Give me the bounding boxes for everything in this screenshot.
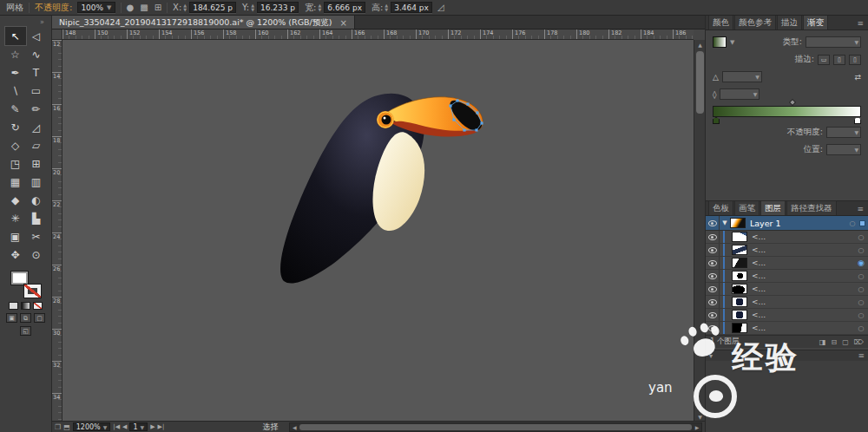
document-setup-icon[interactable]: ⬒ (63, 423, 70, 431)
paintbrush-tool[interactable]: ✎ (5, 100, 26, 118)
new-sublayer-icon[interactable]: ⊟ (831, 338, 837, 346)
field-input[interactable]: 184.625 p (189, 2, 236, 13)
none-button[interactable] (33, 302, 43, 310)
layer-row[interactable]: <... (706, 309, 868, 322)
first-artboard-icon[interactable]: |◀ (113, 423, 120, 430)
stepper[interactable]: ▲▼ (318, 3, 321, 12)
artboard-navigation-icon[interactable]: ❐ (55, 423, 61, 431)
object-thumbnail[interactable] (732, 323, 747, 333)
gradient-stop-end[interactable] (854, 117, 861, 124)
visibility-toggle[interactable] (706, 257, 720, 269)
stepper[interactable]: ▲▼ (183, 3, 187, 12)
next-artboard-icon[interactable]: ▶ (150, 423, 155, 430)
scroll-left-icon[interactable]: ◀ (290, 423, 299, 431)
draw-behind-icon[interactable]: ⧉ (20, 313, 31, 323)
slice-tool[interactable]: ✂ (26, 227, 47, 245)
width-tool[interactable]: ◇ (5, 136, 26, 154)
perspective-grid-tool[interactable]: ⊞ (26, 154, 47, 173)
artboard-tool[interactable]: ▣ (5, 227, 26, 245)
chevron-down-icon[interactable]: ▼ (107, 4, 111, 11)
last-artboard-icon[interactable]: ▶| (158, 423, 165, 430)
field-input[interactable]: 16.233 p (257, 2, 299, 13)
gradient-slider[interactable] (713, 106, 861, 125)
visibility-toggle[interactable] (706, 309, 720, 321)
horizontal-scrollbar[interactable]: ◀ ▶ (289, 422, 702, 432)
align-options-icon[interactable]: ⊞ (155, 3, 161, 12)
object-label[interactable]: <... (747, 259, 854, 267)
gradient-opacity-input[interactable]: ▼ (826, 127, 861, 138)
gradient-button[interactable] (21, 302, 30, 310)
blend-tool[interactable]: ◐ (26, 191, 47, 209)
layer-row[interactable]: <... (706, 322, 868, 335)
vertical-scroll-thumb[interactable] (696, 51, 704, 114)
horizontal-scroll-thumb[interactable] (299, 424, 692, 430)
target-circle-icon[interactable] (854, 259, 868, 267)
mesh-tool[interactable]: ▦ (5, 173, 26, 191)
color-button[interactable] (9, 302, 18, 310)
stepper[interactable]: ▲▼ (385, 3, 388, 12)
rectangle-tool[interactable]: ▭ (26, 82, 47, 100)
tab-gradient[interactable]: 渐变 (803, 15, 828, 29)
hand-tool[interactable]: ✥ (5, 245, 26, 264)
toucan-illustration[interactable] (249, 80, 510, 288)
document-tab[interactable]: Nipic_3350424_20190413172918819000.ai* @… (52, 16, 355, 29)
gradient-stop-start[interactable] (713, 117, 720, 124)
layer-row-parent[interactable]: ▼ Layer 1 ○ (706, 216, 868, 231)
stroke-along-icon[interactable]: ▯ (833, 55, 845, 65)
opacity-label[interactable]: 不透明度: (35, 2, 72, 14)
shape-builder-tool[interactable]: ◳ (5, 154, 26, 173)
column-graph-tool[interactable]: ▙ (26, 209, 47, 227)
visibility-toggle[interactable] (706, 244, 720, 256)
object-thumbnail[interactable] (732, 310, 747, 320)
layer-row[interactable]: <... (706, 296, 868, 309)
previous-artboard-icon[interactable]: ◀ (122, 423, 127, 430)
tab-swatches[interactable]: 色板 (708, 200, 733, 215)
panel-menu-icon[interactable]: ≡ (858, 351, 865, 360)
make-clipping-mask-icon[interactable]: ◨ (819, 338, 826, 346)
target-circle-icon[interactable] (854, 246, 868, 254)
direct-selection-tool[interactable]: ◁ (26, 27, 47, 45)
object-thumbnail[interactable] (732, 297, 747, 307)
target-circle-icon[interactable] (854, 324, 868, 332)
screen-mode-icon[interactable]: ◱ (20, 326, 31, 336)
tab-pathfinder[interactable]: 路径查找器 (786, 200, 837, 215)
tab-color-guide[interactable]: 颜色参考 (734, 15, 776, 29)
object-label[interactable]: <... (747, 324, 854, 332)
target-circle-icon[interactable] (854, 298, 868, 306)
object-thumbnail[interactable] (732, 245, 747, 255)
ruler-origin-corner[interactable] (52, 29, 62, 40)
stroke-within-icon[interactable]: ▭ (818, 55, 830, 65)
tab-color[interactable]: 颜色 (708, 15, 733, 29)
object-thumbnail[interactable] (732, 284, 747, 294)
style-swatch-icon[interactable]: ● (127, 3, 135, 12)
chevron-down-icon[interactable]: ▼ (730, 39, 734, 46)
horizontal-ruler[interactable]: 1481501521541561581601621641661681701721… (62, 29, 694, 40)
layer-row[interactable]: <... (706, 231, 868, 244)
visibility-toggle[interactable] (706, 283, 720, 295)
panel-menu-icon[interactable]: ≡ (855, 205, 865, 215)
recolor-artwork-icon[interactable]: ▩ (140, 3, 148, 12)
target-circle-icon[interactable] (854, 311, 868, 319)
target-circle-icon[interactable] (854, 285, 868, 293)
object-label[interactable]: <... (747, 298, 854, 306)
visibility-toggle[interactable] (706, 296, 720, 308)
stepper[interactable]: ▲▼ (251, 3, 254, 12)
gradient-preset-swatch[interactable] (713, 36, 727, 48)
vertical-ruler[interactable]: 121416182022242628303234 (52, 40, 62, 421)
layer-row[interactable]: <... (706, 244, 868, 257)
line-segment-tool[interactable]: ∖ (5, 82, 26, 100)
object-label[interactable]: <... (747, 311, 854, 319)
scroll-right-icon[interactable]: ▶ (693, 423, 701, 431)
visibility-toggle[interactable] (706, 231, 720, 243)
zoom-level-input[interactable]: 1200% ▼ (73, 422, 111, 431)
panel-menu-icon[interactable]: ≡ (855, 19, 865, 29)
opacity-input[interactable]: 100% ▼ (77, 2, 115, 13)
target-circle-icon[interactable] (854, 272, 868, 280)
object-thumbnail[interactable] (732, 271, 747, 281)
pencil-tool[interactable]: ✏ (26, 100, 47, 118)
chevron-down-icon[interactable]: ▼ (141, 424, 145, 430)
close-icon[interactable]: × (339, 18, 346, 28)
layer-thumbnail[interactable] (730, 218, 746, 228)
collapse-panel-icon[interactable]: » (0, 16, 51, 27)
layer-row[interactable]: <... (706, 270, 868, 283)
